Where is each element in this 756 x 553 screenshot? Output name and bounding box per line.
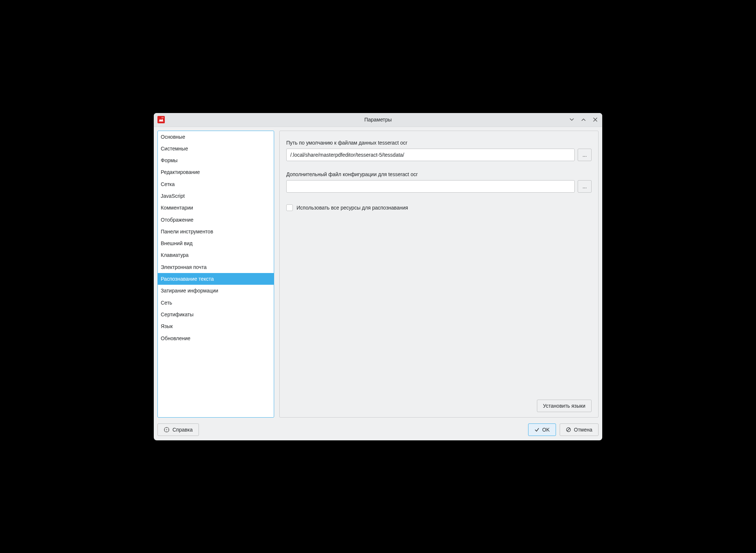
check-icon bbox=[534, 427, 539, 432]
sidebar-item[interactable]: Распознавание текста bbox=[158, 273, 274, 285]
sidebar-item[interactable]: Электронная почта bbox=[158, 261, 274, 273]
sidebar-item[interactable]: Панели инструментов bbox=[158, 226, 274, 237]
close-button[interactable] bbox=[592, 116, 599, 123]
sidebar-item[interactable]: Язык bbox=[158, 320, 274, 332]
app-icon: PDF bbox=[157, 116, 165, 123]
install-languages-button[interactable]: Установить языки bbox=[537, 400, 592, 412]
svg-line-9 bbox=[567, 428, 570, 431]
use-all-resources-checkbox[interactable] bbox=[286, 204, 293, 211]
svg-point-3 bbox=[166, 429, 167, 430]
install-languages-label: Установить языки bbox=[543, 403, 585, 409]
config-file-label: Дополнительный файл конфигурации для tes… bbox=[286, 171, 592, 177]
content-panel: Путь по умолчанию к файлам данных tesser… bbox=[279, 131, 599, 418]
ok-button[interactable]: OK bbox=[528, 423, 556, 436]
titlebar: PDF Параметры bbox=[154, 113, 602, 127]
config-file-input[interactable] bbox=[286, 180, 575, 193]
use-all-resources-label: Использовать все ресурсы для распознаван… bbox=[297, 205, 408, 211]
cancel-icon bbox=[566, 427, 571, 432]
config-browse-button[interactable]: ... bbox=[578, 180, 592, 193]
sidebar-item[interactable]: Клавиатура bbox=[158, 249, 274, 261]
tessdata-path-label: Путь по умолчанию к файлам данных tesser… bbox=[286, 140, 592, 146]
sidebar-item[interactable]: Редактирование bbox=[158, 166, 274, 178]
use-all-resources-row: Использовать все ресурсы для распознаван… bbox=[286, 204, 592, 211]
window-controls bbox=[568, 116, 599, 123]
sidebar-item[interactable]: Сеть bbox=[158, 297, 274, 309]
cancel-button[interactable]: Отмена bbox=[560, 423, 599, 436]
help-button[interactable]: Справка bbox=[157, 423, 199, 436]
sidebar-item[interactable]: Сетка bbox=[158, 178, 274, 190]
minimize-button[interactable] bbox=[568, 116, 575, 123]
help-label: Справка bbox=[172, 427, 193, 433]
sidebar-item[interactable]: Сертификаты bbox=[158, 309, 274, 320]
svg-text:PDF: PDF bbox=[161, 117, 164, 119]
tessdata-browse-button[interactable]: ... bbox=[578, 149, 592, 161]
sidebar-item[interactable]: Системные bbox=[158, 143, 274, 154]
sidebar-item[interactable]: Основные bbox=[158, 131, 274, 143]
help-icon bbox=[164, 427, 170, 433]
content-spacer bbox=[286, 214, 592, 397]
window-title: Параметры bbox=[154, 117, 602, 123]
category-sidebar: ОсновныеСистемныеФормыРедактированиеСетк… bbox=[157, 131, 274, 418]
cancel-label: Отмена bbox=[574, 427, 592, 433]
sidebar-item[interactable]: Обновление bbox=[158, 332, 274, 344]
sidebar-item[interactable]: Затирание информации bbox=[158, 285, 274, 296]
sidebar-item[interactable]: JavaScript bbox=[158, 190, 274, 202]
ok-label: OK bbox=[542, 427, 550, 433]
dialog-footer: Справка OK Отмена bbox=[154, 421, 602, 440]
tessdata-path-row: ... bbox=[286, 149, 592, 161]
maximize-button[interactable] bbox=[580, 116, 587, 123]
sidebar-item[interactable]: Формы bbox=[158, 154, 274, 166]
config-file-row: ... bbox=[286, 180, 592, 193]
tessdata-path-input[interactable] bbox=[286, 149, 575, 161]
sidebar-item[interactable]: Отображение bbox=[158, 214, 274, 226]
sidebar-item[interactable]: Внешний вид bbox=[158, 237, 274, 249]
dialog-body: ОсновныеСистемныеФормыРедактированиеСетк… bbox=[154, 127, 602, 421]
dialog-window: PDF Параметры ОсновныеСистемныеФормыРеда… bbox=[154, 113, 602, 440]
sidebar-item[interactable]: Комментарии bbox=[158, 202, 274, 214]
content-footer: Установить языки bbox=[286, 400, 592, 412]
